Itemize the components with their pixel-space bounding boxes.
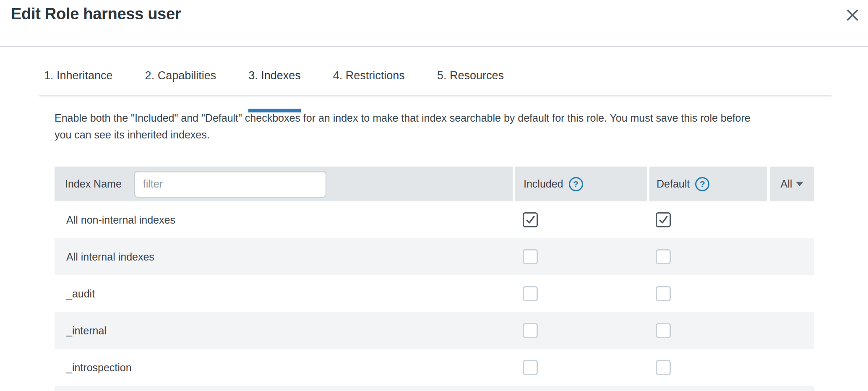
included-checkbox[interactable] [523, 323, 538, 338]
tab-resources[interactable]: 5. Resources [437, 68, 504, 98]
table-row: _audit [55, 275, 814, 312]
all-dropdown[interactable]: All [770, 167, 814, 201]
index-name: _internal [55, 325, 107, 337]
table-header: Index Name Included ? Default ? All [55, 167, 814, 201]
modal-header: Edit Role harness user [0, 0, 868, 47]
indexes-table: Index Name Included ? Default ? All All … [55, 167, 814, 386]
column-header-default: Default ? [649, 167, 767, 201]
tab-restrictions[interactable]: 4. Restrictions [333, 68, 405, 98]
default-help-icon[interactable]: ? [695, 177, 709, 191]
default-checkbox[interactable] [656, 360, 671, 375]
included-help-icon[interactable]: ? [569, 177, 583, 191]
table-row: _introspection [55, 349, 814, 386]
filter-input[interactable] [134, 171, 326, 198]
tab-inheritance[interactable]: 1. Inheritance [44, 68, 113, 98]
default-checkbox[interactable] [656, 212, 671, 227]
close-icon [846, 8, 859, 22]
column-header-included: Included ? [515, 167, 647, 201]
tab-indexes[interactable]: 3. Indexes [248, 68, 301, 98]
table-row: _internal [55, 312, 814, 349]
tab-description: Enable both the "Included" and "Default"… [55, 109, 770, 143]
column-header-index-name: Index Name [55, 167, 513, 201]
close-button[interactable] [843, 6, 862, 24]
default-label: Default [657, 178, 690, 190]
caret-down-icon [796, 182, 803, 186]
included-checkbox[interactable] [523, 286, 538, 301]
included-label: Included [524, 178, 563, 190]
included-checkbox[interactable] [523, 212, 538, 227]
edit-role-modal: Edit Role harness user 1. Inheritance 2.… [0, 0, 868, 391]
default-checkbox[interactable] [656, 249, 671, 264]
index-name: _audit [55, 288, 95, 300]
index-name: _introspection [55, 362, 132, 374]
index-name: All non-internal indexes [55, 214, 175, 226]
index-name-label: Index Name [65, 178, 122, 190]
modal-title: Edit Role harness user [11, 4, 181, 23]
tab-capabilities[interactable]: 2. Capabilities [145, 68, 216, 98]
table-row: All internal indexes [55, 238, 814, 275]
included-checkbox[interactable] [523, 360, 538, 375]
next-row-partial [55, 386, 814, 391]
all-dropdown-label: All [781, 178, 792, 190]
table-body: All non-internal indexesAll internal ind… [55, 201, 814, 386]
included-checkbox[interactable] [523, 249, 538, 264]
table-row: All non-internal indexes [55, 201, 814, 238]
tab-bar: 1. Inheritance 2. Capabilities 3. Indexe… [0, 47, 868, 98]
index-name: All internal indexes [55, 251, 154, 263]
default-checkbox[interactable] [656, 323, 671, 338]
default-checkbox[interactable] [656, 286, 671, 301]
